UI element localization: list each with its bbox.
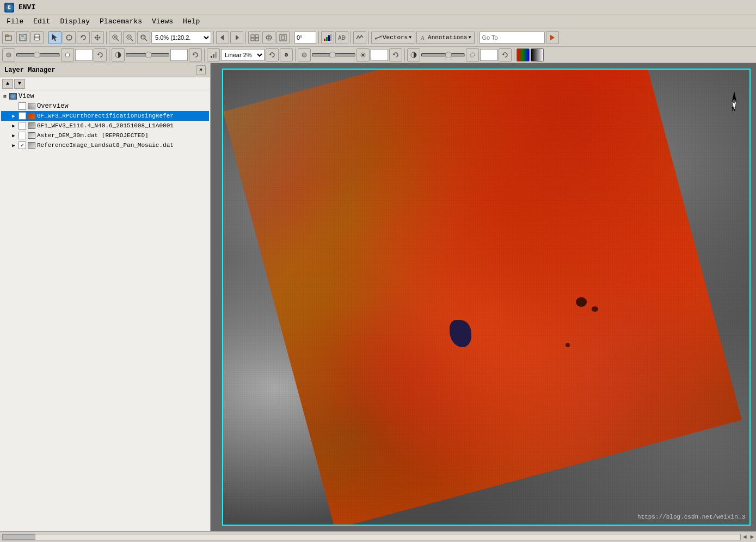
svg-rect-1 xyxy=(5,35,8,36)
layer-manager-toolbar: ▲ ▼ xyxy=(0,77,210,90)
rotation-input[interactable]: 0° xyxy=(294,32,316,44)
enhancement-toolbar: 50 20 Linear 2% ⚙ 10 xyxy=(0,47,756,63)
reset-brightness-button[interactable] xyxy=(94,48,107,61)
annotations-button[interactable]: A Annotations ▼ xyxy=(416,32,475,44)
menu-file[interactable]: File xyxy=(2,16,28,27)
relief-button[interactable] xyxy=(353,31,366,44)
brightness-decrease-button[interactable] xyxy=(2,48,15,61)
move-tool-button[interactable] xyxy=(91,31,104,44)
transparency-high-button[interactable] xyxy=(466,48,479,61)
zoom-box-button[interactable] xyxy=(137,31,150,44)
prev-view-button[interactable] xyxy=(216,31,229,44)
menu-help[interactable]: Help xyxy=(179,16,204,27)
brightness-slider[interactable] xyxy=(16,53,60,57)
layer-up-button[interactable]: ▲ xyxy=(2,79,13,89)
app-title: ENVI xyxy=(19,3,35,11)
svg-marker-8 xyxy=(52,34,57,41)
print-button[interactable] xyxy=(30,31,44,44)
gf1-wfv3-checkbox[interactable] xyxy=(19,122,26,130)
layer-manager-header: Layer Manager » xyxy=(0,63,210,77)
cursor-value-button[interactable]: ABC xyxy=(335,31,348,44)
map-canvas[interactable] xyxy=(222,69,751,526)
gf-wf3-checkbox[interactable]: ✓ xyxy=(19,112,26,120)
contrast-slider[interactable] xyxy=(126,53,169,57)
vectors-button[interactable]: Vectors ▼ xyxy=(371,32,415,44)
zoom-out-button[interactable] xyxy=(123,31,136,44)
svg-point-50 xyxy=(7,53,11,57)
open-button[interactable] xyxy=(2,31,15,44)
tree-node-overview[interactable]: ▶ Overview xyxy=(1,101,209,111)
svg-marker-31 xyxy=(236,35,239,40)
tree-node-gf-wf3[interactable]: ▶ ✓ GF_WF3_RPCOrthorectificationUsingRef… xyxy=(1,111,209,121)
tree-expand-gf1[interactable]: ▶ xyxy=(10,122,17,130)
transparency-low-button[interactable] xyxy=(407,48,420,61)
geo-link-button[interactable] xyxy=(262,31,275,44)
menu-bar: File Edit Display Placemarks Views Help xyxy=(0,15,756,28)
contrast-dark-button[interactable] xyxy=(112,48,125,61)
sharpen-slider[interactable] xyxy=(312,53,355,57)
north-arrow: N xyxy=(726,90,742,116)
tree-expand-gf-wf3[interactable]: ▶ xyxy=(10,112,17,120)
stretch-dropdown[interactable]: Linear 2% xyxy=(221,49,265,61)
next-view-button[interactable] xyxy=(230,31,243,44)
tree-node-view[interactable]: ⊟ View xyxy=(1,91,209,101)
pan-tool-button[interactable] xyxy=(63,31,76,44)
main-toolbar: 5.0% (1:20.2. 0° ABC Vectors ▼ A Annotat… xyxy=(0,28,756,47)
opacity-slider[interactable] xyxy=(421,53,465,57)
tree-node-gf1-wfv3[interactable]: ▶ GF1_WFV3_E116.4_N40.6_20151008_L1A0001 xyxy=(1,121,209,131)
zoom-in-button[interactable] xyxy=(109,31,122,44)
tree-expand-reference[interactable]: ▶ xyxy=(10,141,17,149)
opacity-value[interactable]: 0 xyxy=(480,49,497,61)
svg-rect-32 xyxy=(251,35,254,38)
horizontal-scrollbar[interactable] xyxy=(2,534,741,540)
color-chip-button[interactable] xyxy=(517,48,530,61)
reset-contrast-button[interactable] xyxy=(189,48,202,61)
brightness-value[interactable]: 50 xyxy=(75,49,93,61)
grayscale-chip-button[interactable] xyxy=(531,48,544,61)
pointer-tool-button[interactable] xyxy=(48,31,62,44)
contrast-value[interactable]: 20 xyxy=(170,49,188,61)
menu-placemarks[interactable]: Placemarks xyxy=(95,16,146,27)
svg-rect-34 xyxy=(251,38,254,41)
svg-point-51 xyxy=(65,53,70,57)
reset-sharpen-button[interactable] xyxy=(389,48,402,61)
tree-expand-aster[interactable]: ▶ xyxy=(10,132,17,139)
svg-rect-43 xyxy=(330,34,331,41)
goto-button[interactable] xyxy=(546,31,559,44)
overview-checkbox[interactable] xyxy=(19,102,26,110)
overview-button[interactable] xyxy=(276,31,290,44)
app-icon: E xyxy=(4,3,14,13)
menu-views[interactable]: Views xyxy=(147,16,177,27)
svg-line-25 xyxy=(131,39,133,41)
goto-input[interactable] xyxy=(480,32,545,44)
sharpen-high-button[interactable] xyxy=(357,48,370,61)
zoom-dropdown[interactable]: 5.0% (1:20.2. xyxy=(151,32,211,44)
tree-node-overview-label: Overview xyxy=(37,102,69,110)
rotate-tool-button[interactable] xyxy=(77,31,90,44)
svg-marker-18 xyxy=(99,36,101,39)
sharpen-low-button[interactable] xyxy=(298,48,311,61)
reset-opacity-button[interactable] xyxy=(499,48,512,61)
reference-checkbox[interactable]: ✓ xyxy=(19,141,26,149)
scroll-thumb[interactable] xyxy=(3,534,35,540)
sharpen-value[interactable]: 10 xyxy=(371,49,388,61)
view-icon xyxy=(9,93,17,100)
spectral-button[interactable] xyxy=(321,31,334,44)
menu-edit[interactable]: Edit xyxy=(29,16,54,27)
tree-expand-view[interactable]: ⊟ xyxy=(1,93,9,100)
svg-marker-66 xyxy=(732,91,736,101)
layer-down-button[interactable]: ▼ xyxy=(14,79,25,89)
stretch-settings-button[interactable]: ⚙ xyxy=(280,48,293,61)
save-button[interactable] xyxy=(16,31,29,44)
collapse-panel-button[interactable]: » xyxy=(196,65,206,75)
aster-checkbox[interactable] xyxy=(19,132,26,139)
tree-node-aster[interactable]: ▶ Aster_DEM_30m.dat [REPROJECTED] xyxy=(1,131,209,140)
brightness-increase-button[interactable] xyxy=(61,48,74,61)
menu-display[interactable]: Display xyxy=(56,16,94,27)
main-area: Layer Manager » ▲ ▼ ⊟ View ▶ xyxy=(0,63,756,531)
link-views-button[interactable] xyxy=(248,31,261,44)
svg-rect-3 xyxy=(21,34,24,37)
tree-node-reference[interactable]: ▶ ✓ ReferenceImage_Landsat8_Pan_Mosaic.d… xyxy=(1,140,209,150)
apply-stretch-button[interactable] xyxy=(266,48,279,61)
svg-rect-40 xyxy=(324,39,325,41)
